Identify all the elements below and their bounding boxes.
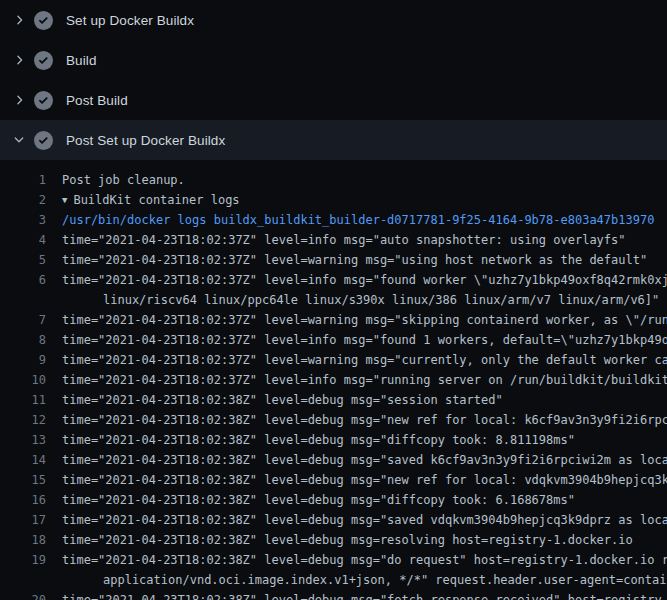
log-line: 8 time="2021-04-23T18:02:37Z" level=info… [0, 330, 667, 350]
log-line-text: time="2021-04-23T18:02:38Z" level=debug … [46, 510, 667, 530]
log-line-content: BuildKit container logs [73, 193, 239, 207]
log-line-text: time="2021-04-23T18:02:38Z" level=debug … [46, 470, 667, 490]
log-line: 7 time="2021-04-23T18:02:37Z" level=warn… [0, 310, 667, 330]
chevron-down-icon [11, 132, 27, 148]
log-line: application/vnd.oci.image.index.v1+json,… [0, 570, 667, 590]
log-line-content: time="2021-04-23T18:02:38Z" level=debug … [62, 393, 503, 407]
log-line: 3 /usr/bin/docker logs buildx_buildkit_b… [0, 210, 667, 230]
chevron-right-icon [11, 52, 27, 68]
log-line: 17 time="2021-04-23T18:02:38Z" level=deb… [0, 510, 667, 530]
group-expander-triangle-icon[interactable]: ▼ [62, 190, 67, 210]
log-line: 14 time="2021-04-23T18:02:38Z" level=deb… [0, 450, 667, 470]
log-line-number[interactable]: 19 [0, 550, 46, 570]
log-line-content: time="2021-04-23T18:02:38Z" level=debug … [62, 493, 575, 507]
actions-log-viewer: Set up Docker Buildx Build Post Build [0, 0, 667, 600]
log-line: 6 time="2021-04-23T18:02:37Z" level=info… [0, 270, 667, 290]
log-line-number[interactable]: 4 [0, 230, 46, 250]
log-line-text: time="2021-04-23T18:02:37Z" level=warnin… [46, 310, 667, 330]
log-line-number[interactable] [0, 290, 46, 310]
log-line-number[interactable]: 1 [0, 170, 46, 190]
log-line-content: time="2021-04-23T18:02:38Z" level=debug … [62, 413, 667, 427]
log-line-number[interactable]: 5 [0, 250, 46, 270]
log-line-text: time="2021-04-23T18:02:38Z" level=debug … [46, 550, 667, 570]
step-title: Build [66, 53, 97, 68]
log-line-text: Post job cleanup. [46, 170, 185, 190]
log-line-content: time="2021-04-23T18:02:37Z" level=warnin… [62, 253, 647, 267]
log-line: 12 time="2021-04-23T18:02:38Z" level=deb… [0, 410, 667, 430]
log-line-content: linux/riscv64 linux/ppc64le linux/s390x … [103, 293, 659, 307]
log-line-number[interactable]: 15 [0, 470, 46, 490]
log-line-content: time="2021-04-23T18:02:38Z" level=debug … [62, 513, 667, 527]
log-line-content: time="2021-04-23T18:02:37Z" level=warnin… [62, 353, 667, 367]
step-build[interactable]: Build [0, 40, 667, 80]
log-line-text: time="2021-04-23T18:02:38Z" level=debug … [46, 490, 575, 510]
log-line-text: /usr/bin/docker logs buildx_buildkit_bui… [46, 210, 654, 230]
check-circle-icon [34, 11, 53, 30]
log-line: 16 time="2021-04-23T18:02:38Z" level=deb… [0, 490, 667, 510]
step-title: Post Set up Docker Buildx [66, 133, 225, 148]
log-line-text: application/vnd.oci.image.index.v1+json,… [46, 570, 667, 590]
log-line-number[interactable]: 11 [0, 390, 46, 410]
check-circle-icon [34, 91, 53, 110]
log-line-number[interactable]: 10 [0, 370, 46, 390]
log-line: 5 time="2021-04-23T18:02:37Z" level=warn… [0, 250, 667, 270]
log-line-number[interactable]: 14 [0, 450, 46, 470]
log-line-text: time="2021-04-23T18:02:37Z" level=warnin… [46, 350, 667, 370]
log-line-content: time="2021-04-23T18:02:38Z" level=debug … [62, 593, 667, 600]
log-line: 1 Post job cleanup. [0, 170, 667, 190]
log-line-content: time="2021-04-23T18:02:38Z" level=debug … [62, 453, 667, 467]
step-post-set-up-docker-buildx[interactable]: Post Set up Docker Buildx [0, 120, 667, 160]
log-line-text: time="2021-04-23T18:02:38Z" level=debug … [46, 410, 667, 430]
log-line: 11 time="2021-04-23T18:02:38Z" level=deb… [0, 390, 667, 410]
log-line: 19 time="2021-04-23T18:02:38Z" level=deb… [0, 550, 667, 570]
log-line-number[interactable]: 13 [0, 430, 46, 450]
log-line-number[interactable]: 18 [0, 530, 46, 550]
step-title: Post Build [66, 93, 128, 108]
log-output: 1 Post job cleanup. 2 ▼BuildKit containe… [0, 160, 667, 600]
log-line-text: time="2021-04-23T18:02:38Z" level=debug … [46, 450, 667, 470]
log-line-content: time="2021-04-23T18:02:37Z" level=info m… [62, 273, 667, 287]
log-line-number[interactable]: 9 [0, 350, 46, 370]
log-line-number[interactable]: 3 [0, 210, 46, 230]
log-line-number[interactable]: 8 [0, 330, 46, 350]
log-line-number[interactable]: 2 [0, 190, 46, 210]
log-line-text: time="2021-04-23T18:02:37Z" level=info m… [46, 330, 667, 350]
log-line-text: time="2021-04-23T18:02:37Z" level=warnin… [46, 250, 647, 270]
log-line-content: time="2021-04-23T18:02:38Z" level=debug … [62, 533, 633, 547]
log-line-text: time="2021-04-23T18:02:37Z" level=info m… [46, 230, 626, 250]
log-line-text: ▼BuildKit container logs [46, 190, 240, 210]
step-title: Set up Docker Buildx [66, 13, 194, 28]
log-line-content: time="2021-04-23T18:02:37Z" level=warnin… [62, 313, 667, 327]
log-line-number[interactable]: 17 [0, 510, 46, 530]
step-post-build[interactable]: Post Build [0, 80, 667, 120]
log-line-text: time="2021-04-23T18:02:37Z" level=info m… [46, 270, 667, 290]
log-line-number[interactable]: 16 [0, 490, 46, 510]
log-line-number[interactable] [0, 570, 46, 590]
log-line-text: time="2021-04-23T18:02:37Z" level=info m… [46, 370, 667, 390]
log-line-content: Post job cleanup. [62, 173, 185, 187]
log-line: 4 time="2021-04-23T18:02:37Z" level=info… [0, 230, 667, 250]
step-set-up-docker-buildx[interactable]: Set up Docker Buildx [0, 0, 667, 40]
log-line-text: linux/riscv64 linux/ppc64le linux/s390x … [46, 290, 659, 310]
log-line: 15 time="2021-04-23T18:02:38Z" level=deb… [0, 470, 667, 490]
chevron-right-icon [11, 92, 27, 108]
log-line-number[interactable]: 6 [0, 270, 46, 290]
log-line-content: time="2021-04-23T18:02:37Z" level=info m… [62, 233, 626, 247]
check-circle-icon [34, 51, 53, 70]
log-line-number[interactable]: 12 [0, 410, 46, 430]
log-line-number[interactable]: 7 [0, 310, 46, 330]
log-line: linux/riscv64 linux/ppc64le linux/s390x … [0, 290, 667, 310]
log-line-number[interactable]: 20 [0, 590, 46, 600]
step-list: Set up Docker Buildx Build Post Build [0, 0, 667, 160]
log-line-content: application/vnd.oci.image.index.v1+json,… [103, 573, 667, 587]
log-line: 18 time="2021-04-23T18:02:38Z" level=deb… [0, 530, 667, 550]
log-line-content: time="2021-04-23T18:02:38Z" level=debug … [62, 553, 667, 567]
log-line-content: time="2021-04-23T18:02:38Z" level=debug … [62, 433, 575, 447]
log-line-text: time="2021-04-23T18:02:38Z" level=debug … [46, 390, 503, 410]
log-line: 2 ▼BuildKit container logs [0, 190, 667, 210]
log-line-content: time="2021-04-23T18:02:37Z" level=info m… [62, 333, 667, 347]
log-line: 13 time="2021-04-23T18:02:38Z" level=deb… [0, 430, 667, 450]
log-line-content: time="2021-04-23T18:02:38Z" level=debug … [62, 473, 667, 487]
log-line: 10 time="2021-04-23T18:02:37Z" level=inf… [0, 370, 667, 390]
log-line-content: /usr/bin/docker logs buildx_buildkit_bui… [62, 213, 654, 227]
